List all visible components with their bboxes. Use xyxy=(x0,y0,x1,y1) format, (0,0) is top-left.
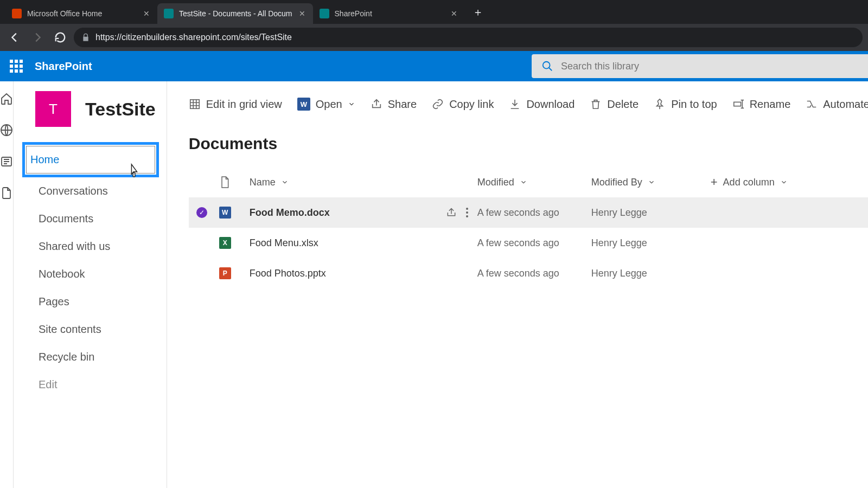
pin-button[interactable]: Pin to top xyxy=(654,98,717,111)
site-header: T TestSite xyxy=(35,91,156,127)
svg-rect-3 xyxy=(133,173,135,177)
tab-title: Microsoft Office Home xyxy=(27,9,137,18)
flow-icon xyxy=(806,98,818,110)
table-row[interactable]: X Food Menu.xlsx A few seconds ago Henry… xyxy=(189,228,868,258)
modified-cell: A few seconds ago xyxy=(477,207,591,219)
left-column: T TestSite Home Conversations Documents … xyxy=(14,81,167,488)
close-icon[interactable]: ✕ xyxy=(142,9,151,18)
left-nav: Home Conversations Documents Shared with… xyxy=(35,142,156,399)
news-icon[interactable] xyxy=(0,155,13,168)
main-area: Edit in grid view W Open Share Copy link… xyxy=(167,81,868,488)
nav-edit[interactable]: Edit xyxy=(35,371,156,399)
url-text: https://citizenbuilders.sharepoint.com/s… xyxy=(95,33,292,42)
modified-cell: A few seconds ago xyxy=(477,237,591,249)
browser-tab[interactable]: SharePoint ✕ xyxy=(313,3,465,24)
reload-button[interactable] xyxy=(51,28,69,47)
browser-tab-active[interactable]: TestSite - Documents - All Docum ✕ xyxy=(157,3,313,24)
nav-documents[interactable]: Documents xyxy=(35,205,156,233)
close-icon[interactable]: ✕ xyxy=(298,9,307,18)
rail-nav xyxy=(0,81,14,488)
file-type-icon: W xyxy=(219,207,231,219)
forward-button[interactable] xyxy=(28,28,47,47)
trash-icon xyxy=(590,98,602,110)
close-icon[interactable]: ✕ xyxy=(450,9,458,18)
open-button[interactable]: W Open xyxy=(297,98,355,111)
nav-pages[interactable]: Pages xyxy=(35,288,156,316)
browser-tab-strip: Microsoft Office Home ✕ TestSite - Docum… xyxy=(0,0,868,24)
nav-shared[interactable]: Shared with us xyxy=(35,233,156,260)
svg-point-7 xyxy=(466,211,468,214)
file-name[interactable]: Food Photos.pptx xyxy=(250,268,326,279)
address-bar[interactable]: https://citizenbuilders.sharepoint.com/s… xyxy=(74,28,863,47)
rename-icon xyxy=(732,98,744,110)
command-bar: Edit in grid view W Open Share Copy link… xyxy=(189,81,868,127)
share-button[interactable]: Share xyxy=(371,98,417,111)
svg-rect-5 xyxy=(733,102,741,106)
home-icon[interactable] xyxy=(0,92,13,105)
app-launcher-icon[interactable] xyxy=(7,56,26,76)
page-title: Documents xyxy=(189,134,868,153)
tab-favicon xyxy=(320,9,329,18)
file-name[interactable]: Food Menu.xlsx xyxy=(250,237,318,249)
modified-by-cell: Henry Legge xyxy=(591,268,711,279)
site-badge: T xyxy=(35,91,71,127)
delete-button[interactable]: Delete xyxy=(590,98,639,111)
tab-favicon xyxy=(164,9,174,18)
new-tab-button[interactable]: ＋ xyxy=(469,3,487,21)
rename-button[interactable]: Rename xyxy=(732,98,791,111)
browser-toolbar: https://citizenbuilders.sharepoint.com/s… xyxy=(0,24,868,51)
table-header: Name Modified Modified By +Add column xyxy=(189,167,868,197)
search-icon xyxy=(541,60,553,72)
copylink-button[interactable]: Copy link xyxy=(432,98,494,111)
nav-notebook[interactable]: Notebook xyxy=(35,260,156,288)
column-modified-by[interactable]: Modified By xyxy=(591,177,711,188)
search-box[interactable] xyxy=(532,54,868,78)
globe-icon[interactable] xyxy=(0,124,13,137)
file-name[interactable]: Food Memo.docx xyxy=(250,207,330,219)
nav-site-contents[interactable]: Site contents xyxy=(35,316,156,343)
pin-icon xyxy=(654,98,666,110)
svg-point-6 xyxy=(466,208,468,210)
file-type-icon: P xyxy=(219,267,231,279)
nav-conversations[interactable]: Conversations xyxy=(35,177,156,205)
chevron-down-icon xyxy=(348,100,355,108)
svg-point-0 xyxy=(543,62,550,69)
tab-title: TestSite - Documents - All Docum xyxy=(179,9,292,18)
filetype-column-icon[interactable] xyxy=(219,176,250,189)
suite-header: SharePoint xyxy=(0,51,868,81)
nav-home[interactable]: Home xyxy=(22,142,159,177)
selected-check-icon[interactable]: ✓ xyxy=(196,207,207,218)
modified-by-cell: Henry Legge xyxy=(591,207,711,219)
modified-cell: A few seconds ago xyxy=(477,268,591,279)
download-icon xyxy=(509,98,521,110)
browser-tab[interactable]: Microsoft Office Home ✕ xyxy=(5,3,157,24)
download-button[interactable]: Download xyxy=(509,98,575,111)
grid-icon xyxy=(189,98,201,110)
column-modified[interactable]: Modified xyxy=(477,177,591,188)
back-button[interactable] xyxy=(5,28,24,47)
table-row[interactable]: P Food Photos.pptx A few seconds ago Hen… xyxy=(189,258,868,288)
more-icon[interactable] xyxy=(465,207,469,218)
modified-by-cell: Henry Legge xyxy=(591,237,711,249)
column-name[interactable]: Name xyxy=(250,177,477,188)
word-icon: W xyxy=(297,98,310,111)
search-input[interactable] xyxy=(561,61,858,72)
add-column-button[interactable]: +Add column xyxy=(711,175,819,189)
nav-recycle-bin[interactable]: Recycle bin xyxy=(35,343,156,371)
tab-title: SharePoint xyxy=(335,9,444,18)
svg-rect-4 xyxy=(190,100,200,109)
nav-label: Home xyxy=(30,153,59,165)
file-type-icon: X xyxy=(219,237,231,249)
lock-icon xyxy=(81,33,90,42)
tab-favicon xyxy=(12,9,22,18)
svg-point-8 xyxy=(466,215,468,217)
edit-grid-button[interactable]: Edit in grid view xyxy=(189,98,282,111)
share-icon xyxy=(371,98,382,110)
table-row[interactable]: ✓ W Food Memo.docx A few seconds ago Hen… xyxy=(189,197,868,228)
link-icon xyxy=(432,98,444,110)
files-icon[interactable] xyxy=(0,187,13,200)
share-row-icon[interactable] xyxy=(446,207,457,218)
site-title[interactable]: TestSite xyxy=(85,99,156,120)
suite-title[interactable]: SharePoint xyxy=(35,60,92,73)
automate-button[interactable]: Automate xyxy=(806,98,868,111)
